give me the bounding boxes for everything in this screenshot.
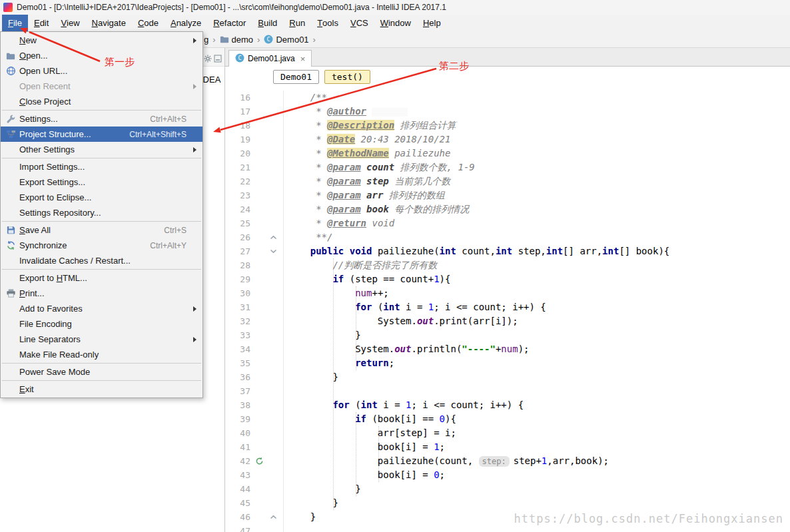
code-line[interactable]: 39 if (book[i] == 0){ bbox=[225, 412, 790, 426]
menu-item-close-project[interactable]: Close Project bbox=[1, 94, 202, 109]
code-text[interactable]: * @param step 当前第几个数 bbox=[284, 174, 450, 188]
code-line[interactable]: 16 /** bbox=[225, 91, 790, 105]
breadcrumb-g[interactable]: g bbox=[204, 35, 208, 45]
code-text[interactable]: /** bbox=[284, 91, 327, 105]
code-text[interactable]: num++; bbox=[284, 286, 389, 300]
menu-item-exit[interactable]: Exit bbox=[1, 382, 202, 397]
recursive-call-icon[interactable] bbox=[250, 457, 268, 465]
code-line[interactable]: 36 } bbox=[225, 370, 790, 384]
close-tab-icon[interactable]: × bbox=[300, 54, 306, 64]
code-text[interactable]: * @author bbox=[284, 105, 408, 119]
code-line[interactable]: 20 * @MethodName pailiezuhe bbox=[225, 146, 790, 160]
code-text[interactable]: book[i] = 0; bbox=[284, 468, 445, 482]
code-line[interactable]: 33 } bbox=[225, 328, 790, 342]
code-text[interactable]: * @param count 排列数个数, 1-9 bbox=[284, 160, 475, 174]
breadcrumb-demo[interactable]: demo bbox=[220, 35, 254, 45]
code-text[interactable]: if (book[i] == 0){ bbox=[284, 412, 456, 426]
code-text[interactable]: } bbox=[284, 496, 338, 510]
hide-panel-icon[interactable] bbox=[214, 53, 222, 65]
fold-start-icon[interactable] bbox=[268, 249, 278, 254]
code-text[interactable]: return; bbox=[284, 356, 394, 370]
code-text[interactable]: pailiezuhe(count, step:step+1,arr,book); bbox=[284, 454, 609, 468]
code-text[interactable]: * @param book 每个数的排列情况 bbox=[284, 202, 469, 216]
code-line[interactable]: 34 System.out.println("----"+num); bbox=[225, 342, 790, 356]
code-line[interactable]: 38 for (int i = 1; i <= count; i++) { bbox=[225, 398, 790, 412]
menu-edit[interactable]: Edit bbox=[28, 15, 55, 31]
code-line[interactable]: 45 } bbox=[225, 496, 790, 510]
gear-icon[interactable] bbox=[204, 53, 212, 65]
code-text[interactable]: } bbox=[284, 510, 316, 524]
code-line[interactable]: 42 pailiezuhe(count, step:step+1,arr,boo… bbox=[225, 454, 790, 468]
menu-file[interactable]: File bbox=[2, 15, 28, 31]
menu-item-export-settings[interactable]: Export Settings... bbox=[1, 174, 202, 190]
code-text[interactable]: * @param arr 排列好的数组 bbox=[284, 188, 445, 202]
menu-item-open-url[interactable]: Open URL... bbox=[1, 63, 202, 79]
code-line[interactable]: 19 * @Date 20:43 2018/10/21 bbox=[225, 133, 790, 146]
menu-view[interactable]: View bbox=[55, 15, 85, 31]
menu-help[interactable]: Help bbox=[417, 15, 447, 31]
code-text[interactable] bbox=[284, 524, 288, 532]
code-line[interactable]: 40 arr[step] = i; bbox=[225, 426, 790, 440]
code-text[interactable]: } bbox=[284, 370, 338, 384]
menu-tools[interactable]: Tools bbox=[311, 15, 344, 31]
menu-build[interactable]: Build bbox=[252, 15, 283, 31]
code-text[interactable]: for (int i = 1; i <= count; i++) { bbox=[284, 398, 524, 412]
menu-run[interactable]: Run bbox=[283, 15, 311, 31]
menu-navigate[interactable]: Navigate bbox=[86, 15, 132, 31]
code-line[interactable]: 21 * @param count 排列数个数, 1-9 bbox=[225, 160, 790, 174]
code-line[interactable]: 37 bbox=[225, 384, 790, 398]
code-line[interactable]: 25 * @return void bbox=[225, 216, 790, 230]
menu-item-export-to-eclipse[interactable]: Export to Eclipse... bbox=[1, 190, 202, 205]
code-line[interactable]: 41 book[i] = 1; bbox=[225, 440, 790, 454]
fold-end-icon[interactable] bbox=[268, 515, 278, 519]
code-text[interactable]: for (int i = 1; i <= count; i++) { bbox=[284, 300, 546, 314]
code-line[interactable]: 18 * @Description 排列组合计算 bbox=[225, 119, 790, 133]
menu-item-settings[interactable]: Settings...Ctrl+Alt+S bbox=[1, 111, 202, 127]
editor[interactable]: Demo01 test() 16 /**17 * @author 18 * @D… bbox=[225, 67, 790, 532]
fold-end-icon[interactable] bbox=[268, 235, 278, 240]
menu-item-save-all[interactable]: Save AllCtrl+S bbox=[1, 222, 202, 238]
code-text[interactable]: public void pailiezuhe(int count,int ste… bbox=[284, 244, 669, 258]
menu-item-open[interactable]: Open... bbox=[1, 48, 202, 63]
menu-item-add-to-favorites[interactable]: Add to Favorites bbox=[1, 301, 202, 316]
breadcrumb-class-box[interactable]: Demo01 bbox=[273, 70, 319, 84]
code-text[interactable]: * @Date 20:43 2018/10/21 bbox=[284, 133, 450, 146]
menu-item-file-encoding[interactable]: File Encoding bbox=[1, 316, 202, 332]
code-text[interactable]: } bbox=[284, 482, 361, 496]
code-text[interactable]: * @Description 排列组合计算 bbox=[284, 119, 456, 133]
menu-refactor[interactable]: Refactor bbox=[207, 15, 252, 31]
code-text[interactable]: * @MethodName pailiezuhe bbox=[284, 146, 450, 160]
menu-item-project-structure[interactable]: Project Structure...Ctrl+Alt+Shift+S bbox=[1, 127, 202, 142]
menu-code[interactable]: Code bbox=[132, 15, 165, 31]
code-line[interactable]: 29 if (step == count+1){ bbox=[225, 272, 790, 286]
code-line[interactable]: 22 * @param step 当前第几个数 bbox=[225, 174, 790, 188]
menu-item-synchronize[interactable]: SynchronizeCtrl+Alt+Y bbox=[1, 238, 202, 253]
code-line[interactable]: 26 **/ bbox=[225, 230, 790, 244]
menu-item-invalidate-caches-restart[interactable]: Invalidate Caches / Restart... bbox=[1, 253, 202, 268]
code-text[interactable]: System.out.print(arr[i]); bbox=[284, 314, 518, 328]
code-line[interactable]: 17 * @author bbox=[225, 105, 790, 119]
tab-demo01-java[interactable]: C Demo01.java × bbox=[228, 50, 312, 67]
code-area[interactable]: 16 /**17 * @author 18 * @Description 排列组… bbox=[225, 67, 790, 532]
menu-item-new[interactable]: New bbox=[1, 33, 202, 48]
code-line[interactable]: 28 //判断是否排完了所有数 bbox=[225, 258, 790, 272]
code-line[interactable]: 24 * @param book 每个数的排列情况 bbox=[225, 202, 790, 216]
code-line[interactable]: 27 public void pailiezuhe(int count,int … bbox=[225, 244, 790, 258]
code-line[interactable]: 31 for (int i = 1; i <= count; i++) { bbox=[225, 300, 790, 314]
menu-window[interactable]: Window bbox=[374, 15, 417, 31]
breadcrumb-method-box[interactable]: test() bbox=[324, 70, 370, 84]
code-text[interactable]: if (step == count+1){ bbox=[284, 272, 450, 286]
code-text[interactable]: book[i] = 1; bbox=[284, 440, 445, 454]
code-text[interactable]: arr[step] = i; bbox=[284, 426, 456, 440]
project-tree-item-clipped[interactable]: IDEA bbox=[200, 75, 220, 85]
code-text[interactable]: } bbox=[284, 328, 361, 342]
menu-item-print[interactable]: Print... bbox=[1, 286, 202, 301]
code-line[interactable]: 44 } bbox=[225, 482, 790, 496]
code-line[interactable]: 35 return; bbox=[225, 356, 790, 370]
menu-item-other-settings[interactable]: Other Settings bbox=[1, 142, 202, 157]
menu-analyze[interactable]: Analyze bbox=[165, 15, 207, 31]
menu-item-line-separators[interactable]: Line Separators bbox=[1, 332, 202, 347]
code-line[interactable]: 43 book[i] = 0; bbox=[225, 468, 790, 482]
menu-item-open-recent[interactable]: Open Recent bbox=[1, 79, 202, 94]
code-text[interactable]: System.out.println("----"+num); bbox=[284, 342, 529, 356]
